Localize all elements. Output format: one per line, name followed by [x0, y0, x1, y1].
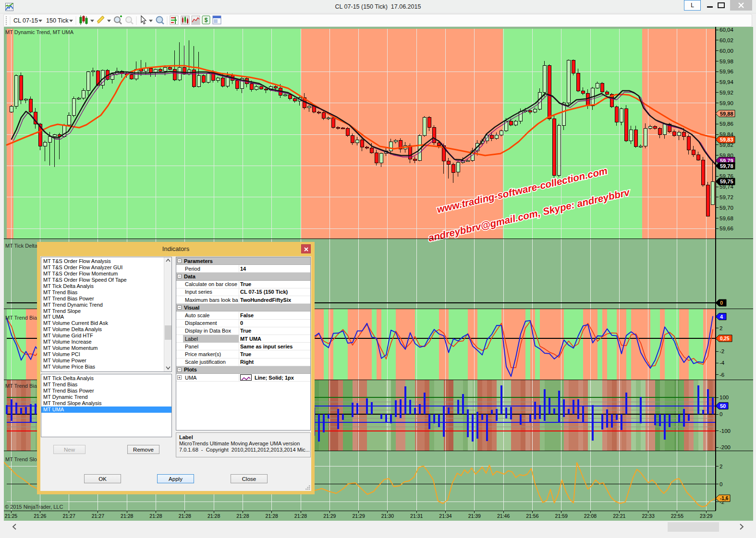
svg-text:21:59: 21:59: [555, 513, 568, 519]
svg-text:21:46: 21:46: [497, 513, 510, 519]
svg-text:60,04: 60,04: [719, 27, 733, 33]
svg-text:21:28: 21:28: [207, 513, 220, 519]
svg-text:22:33: 22:33: [642, 513, 654, 519]
svg-text:59,96: 59,96: [719, 69, 733, 74]
svg-text:23:29: 23:29: [700, 513, 712, 519]
svg-text:0: 0: [719, 411, 722, 417]
svg-text:21:31: 21:31: [410, 513, 423, 519]
svg-text:50: 50: [720, 403, 726, 409]
svg-text:59,83: 59,83: [720, 137, 733, 143]
svg-text:59,86: 59,86: [719, 121, 733, 127]
svg-text:21:28: 21:28: [266, 513, 278, 519]
svg-text:59,98: 59,98: [719, 59, 733, 64]
svg-text:59,66: 59,66: [719, 226, 733, 231]
svg-text:21:28: 21:28: [179, 513, 191, 519]
svg-text:59,78: 59,78: [720, 163, 733, 169]
svg-text:0: 0: [720, 300, 723, 306]
svg-text:60,02: 60,02: [719, 37, 733, 43]
svg-text:21:27: 21:27: [92, 513, 104, 519]
svg-text:59,68: 59,68: [719, 215, 733, 221]
svg-text:MT Dynamic Trend, MT UMA: MT Dynamic Trend, MT UMA: [5, 29, 74, 35]
svg-text:21:27: 21:27: [62, 513, 75, 519]
svg-text:59,90: 59,90: [719, 100, 733, 106]
svg-text:59,75: 59,75: [720, 179, 733, 184]
svg-text:59,70: 59,70: [719, 205, 733, 211]
svg-text:59,88: 59,88: [720, 111, 733, 117]
svg-text:22:21: 22:21: [613, 513, 625, 519]
svg-text:-200: -200: [719, 444, 731, 450]
svg-text:CL 07-15: CL 07-15: [13, 17, 38, 24]
svg-text:-4: -4: [719, 360, 725, 366]
svg-text:-2: -2: [719, 348, 724, 354]
svg-text:59,72: 59,72: [719, 194, 733, 200]
svg-text:21:39: 21:39: [468, 513, 481, 519]
svg-text:22:55: 22:55: [671, 513, 683, 519]
svg-text:21:25: 21:25: [5, 513, 17, 519]
svg-text:21:34: 21:34: [439, 513, 451, 519]
svg-text:21:29: 21:29: [352, 513, 365, 519]
svg-text:59,92: 59,92: [719, 90, 733, 96]
svg-text:21:28: 21:28: [236, 513, 249, 519]
svg-text:2: 2: [719, 464, 722, 469]
svg-text:21:28: 21:28: [121, 513, 133, 519]
svg-text:21:26: 21:26: [34, 513, 46, 519]
svg-text:60,00: 60,00: [719, 48, 733, 54]
svg-text:-1,6: -1,6: [720, 496, 729, 501]
svg-text:© 2015 NinjaTrader, LLC: © 2015 NinjaTrader, LLC: [5, 504, 63, 510]
svg-text:-100: -100: [719, 428, 731, 434]
svg-text:0: 0: [719, 481, 722, 487]
svg-text:4: 4: [720, 314, 723, 320]
svg-text:-6: -6: [719, 372, 724, 378]
svg-text:21:28: 21:28: [294, 513, 307, 519]
svg-text:100: 100: [719, 395, 729, 400]
svg-text:22:08: 22:08: [584, 513, 597, 519]
svg-text:21:56: 21:56: [526, 513, 538, 519]
svg-text:$: $: [205, 17, 208, 24]
svg-text:MT Trend Bias: MT Trend Bias: [5, 315, 40, 321]
svg-text:21:30: 21:30: [381, 513, 394, 519]
svg-text:150 Tick: 150 Tick: [46, 17, 69, 24]
svg-text:21:28: 21:28: [149, 513, 162, 519]
svg-text:2: 2: [719, 325, 722, 331]
svg-text:0,25: 0,25: [720, 336, 730, 341]
svg-text:21:29: 21:29: [323, 513, 336, 519]
svg-text:59,94: 59,94: [719, 79, 733, 85]
